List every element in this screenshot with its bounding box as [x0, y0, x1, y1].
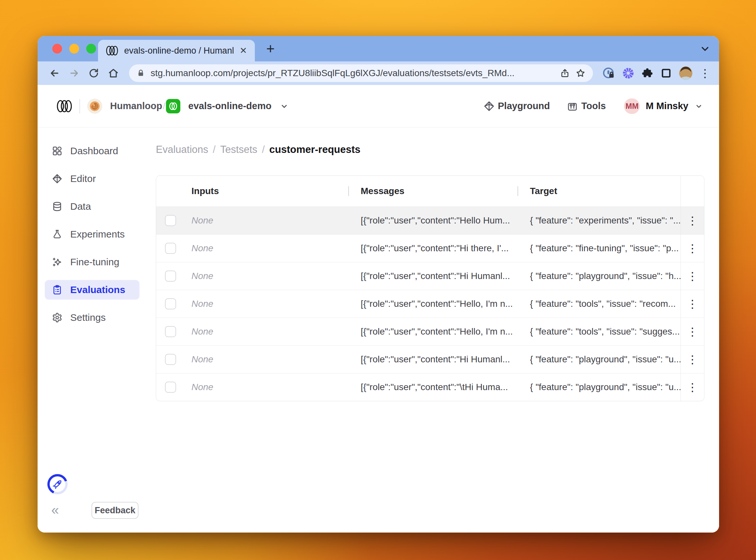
- humanloop-logo: [57, 100, 72, 113]
- sidebar-item-evaluations[interactable]: Evaluations: [45, 280, 139, 300]
- sparkles-icon: [52, 257, 62, 267]
- table-row[interactable]: None [{"role":"user","content":"Hello, I…: [156, 318, 704, 345]
- cell-messages: [{"role":"user","content":"Hello Hum...: [348, 215, 517, 226]
- sidebar-label: Data: [70, 201, 91, 212]
- project-chevron-down-icon[interactable]: [279, 101, 289, 111]
- nav-tools[interactable]: Tools: [558, 101, 614, 112]
- humanloop-favicon: [106, 45, 118, 56]
- row-checkbox[interactable]: [165, 382, 176, 393]
- row-menu-icon[interactable]: ⋮: [687, 298, 698, 309]
- project-switcher[interactable]: evals-online-demo: [166, 99, 289, 113]
- sidebar-label: Editor: [70, 173, 96, 184]
- row-menu-icon[interactable]: ⋮: [687, 271, 698, 282]
- sidebar-item-fine-tuning[interactable]: Fine-tuning: [45, 252, 139, 272]
- starburst-extension-icon[interactable]: [622, 67, 635, 80]
- browser-tab[interactable]: evals-online-demo / Humanloo ✕: [98, 40, 255, 61]
- home-button[interactable]: [105, 65, 122, 82]
- browser-toolbar: stg.humanloop.com/projects/pr_RTZU8liibS…: [38, 61, 719, 85]
- cell-inputs: None: [185, 243, 348, 254]
- table-row[interactable]: None [{"role":"user","content":"Hi Human…: [156, 345, 704, 373]
- sidebar-item-experiments[interactable]: Experiments: [45, 224, 139, 244]
- user-menu[interactable]: MM M Minsky: [624, 98, 703, 114]
- table-row[interactable]: None [{"role":"user","content":"Hello Hu…: [156, 206, 704, 234]
- desktop-wallpaper: evals-online-demo / Humanloo ✕ +: [0, 0, 756, 560]
- address-bar[interactable]: stg.humanloop.com/projects/pr_RTZU8liibS…: [129, 64, 593, 82]
- breadcrumb-current: customer-requests: [269, 144, 360, 156]
- side-panel-icon[interactable]: [660, 67, 672, 79]
- cell-target: { "feature": "experiments", "issue": "..…: [517, 215, 680, 226]
- org-name: Humanloop: [110, 101, 162, 112]
- close-tab-icon[interactable]: ✕: [239, 46, 247, 55]
- sidebar-label: Settings: [70, 312, 105, 323]
- dashboard-icon: [52, 146, 62, 156]
- browser-menu-icon[interactable]: ⋮: [699, 68, 711, 79]
- breadcrumb-testsets[interactable]: Testsets: [220, 144, 257, 156]
- sidebar-label: Dashboard: [70, 145, 118, 157]
- sidebar-item-settings[interactable]: Settings: [45, 308, 139, 327]
- feedback-button[interactable]: Feedback: [92, 502, 139, 519]
- row-checkbox[interactable]: [165, 354, 176, 365]
- cell-target: { "feature": "playground", "issue": "u..…: [517, 382, 680, 393]
- app-header: Humanloop / evals-online-demo: [38, 85, 719, 127]
- sidebar-item-editor[interactable]: Editor: [45, 169, 139, 188]
- row-menu-icon[interactable]: ⋮: [687, 215, 698, 226]
- nav-playground[interactable]: Playground: [475, 101, 559, 112]
- table-header-row: Inputs Messages Target: [156, 176, 704, 206]
- cell-target: { "feature": "playground", "issue": "h..…: [517, 271, 680, 281]
- row-checkbox[interactable]: [165, 271, 176, 282]
- sidebar-item-dashboard[interactable]: Dashboard: [45, 141, 139, 161]
- org-switcher[interactable]: Humanloop: [87, 99, 162, 114]
- zoom-window-button[interactable]: [86, 44, 96, 54]
- breadcrumb-separator: /: [262, 144, 265, 156]
- share-icon[interactable]: [560, 68, 570, 78]
- extensions-puzzle-icon[interactable]: [641, 67, 654, 79]
- breadcrumb-separator: /: [213, 144, 216, 156]
- row-checkbox[interactable]: [165, 215, 176, 226]
- cell-target: { "feature": "playground", "issue": "u..…: [517, 354, 680, 365]
- browser-window: evals-online-demo / Humanloo ✕ +: [38, 36, 719, 533]
- table-row[interactable]: None [{"role":"user","content":"Hi there…: [156, 234, 704, 262]
- row-checkbox[interactable]: [165, 243, 176, 254]
- onboarding-progress-ring[interactable]: [47, 474, 67, 494]
- actions-column-header: [680, 176, 704, 206]
- traffic-lights: [52, 44, 96, 54]
- database-icon: [52, 201, 62, 212]
- table-row[interactable]: None [{"role":"user","content":"\tHi Hum…: [156, 373, 704, 401]
- user-avatar: MM: [624, 98, 640, 114]
- row-menu-icon[interactable]: ⋮: [687, 382, 698, 393]
- profile-avatar[interactable]: [679, 66, 693, 80]
- sidebar-label: Experiments: [70, 229, 125, 240]
- sidebar-item-data[interactable]: Data: [45, 197, 139, 216]
- tools-label: Tools: [581, 101, 606, 112]
- table-row[interactable]: None [{"role":"user","content":"Hello, I…: [156, 290, 704, 318]
- forward-button[interactable]: [66, 65, 83, 82]
- breadcrumb-evaluations[interactable]: Evaluations: [156, 144, 208, 156]
- row-menu-icon[interactable]: ⋮: [687, 354, 698, 365]
- header-separator: /: [163, 101, 166, 112]
- testset-table: Inputs Messages Target None [{"role":"us…: [156, 176, 704, 401]
- tools-icon: [567, 101, 578, 112]
- back-button[interactable]: [46, 65, 63, 82]
- cell-inputs: None: [185, 354, 348, 365]
- row-menu-icon[interactable]: ⋮: [687, 243, 698, 254]
- user-chevron-down-icon[interactable]: [694, 102, 703, 111]
- cell-inputs: None: [185, 299, 348, 309]
- row-checkbox[interactable]: [165, 326, 176, 337]
- playground-icon: [483, 101, 495, 112]
- bookmark-star-icon[interactable]: [575, 68, 586, 78]
- collapse-sidebar-icon[interactable]: «: [51, 503, 59, 517]
- project-name: evals-online-demo: [188, 101, 272, 112]
- new-tab-button[interactable]: +: [266, 41, 275, 57]
- table-row[interactable]: None [{"role":"user","content":"Hi Human…: [156, 262, 704, 290]
- reload-button[interactable]: [85, 65, 102, 82]
- tab-overflow-chevron-icon[interactable]: [699, 43, 711, 54]
- password-manager-extension-icon[interactable]: [602, 67, 615, 80]
- close-window-button[interactable]: [52, 44, 62, 54]
- row-checkbox[interactable]: [165, 298, 176, 309]
- row-menu-icon[interactable]: ⋮: [687, 326, 698, 337]
- cell-messages: [{"role":"user","content":"Hi Humanl...: [348, 271, 517, 281]
- sidebar-label: Evaluations: [70, 284, 125, 295]
- cell-messages: [{"role":"user","content":"Hello, I'm n.…: [348, 326, 517, 337]
- cell-messages: [{"role":"user","content":"Hello, I'm n.…: [348, 299, 517, 309]
- minimize-window-button[interactable]: [69, 44, 79, 54]
